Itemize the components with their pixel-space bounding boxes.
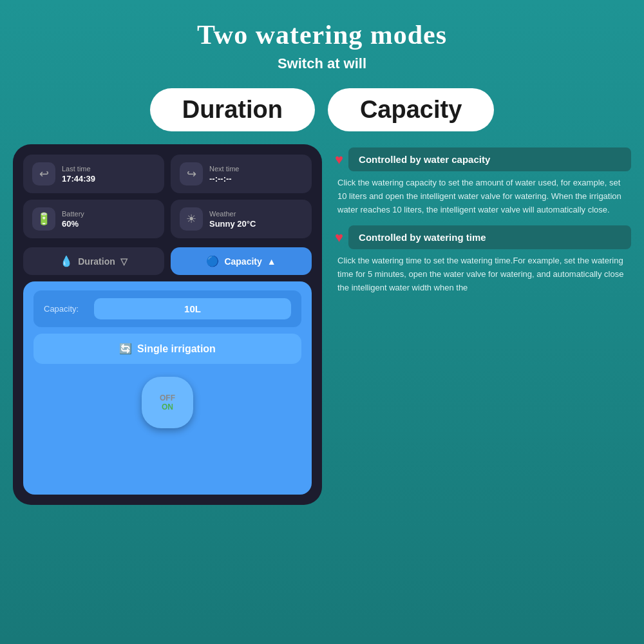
duration-tab-icon: 💧 (60, 255, 73, 267)
info-body-1: Click the watering capacity to set the a… (335, 176, 631, 216)
info-header-1: ♥ Controlled by water capacity (335, 147, 631, 171)
main-title: Two watering modes (197, 19, 447, 50)
toggle-on-label: ON (162, 402, 173, 412)
info-header-2: ♥ Controlled by watering time (335, 225, 631, 249)
tab-duration[interactable]: 💧 Duration ▽ (23, 247, 164, 275)
capacity-row: Capacity: 10L (33, 290, 301, 327)
heart-icon-2: ♥ (335, 229, 343, 246)
info-header-box-2: Controlled by watering time (348, 225, 631, 249)
weather-icon: ☀ (180, 207, 203, 231)
heart-icon-1: ♥ (335, 151, 343, 168)
duration-badge: Duration (150, 88, 315, 131)
tabs-row: 💧 Duration ▽ 🔵 Capacity ▲ (23, 247, 312, 275)
capacity-field-label: Capacity: (44, 304, 89, 314)
capacity-section: Capacity: 10L 🔄 Single irrigation OFF ON (23, 281, 312, 495)
single-irrigation-button[interactable]: 🔄 Single irrigation (33, 334, 301, 364)
battery-value: 60% (62, 219, 84, 229)
toggle-off-label: OFF (160, 393, 175, 402)
capacity-tab-icon: 🔵 (206, 255, 219, 267)
last-time-icon: ↩ (32, 162, 55, 185)
last-time-value: 17:44:39 (62, 174, 95, 184)
weather-label: Weather (209, 210, 256, 218)
weather-value: Sunny 20°C (209, 219, 256, 229)
toggle-area: OFF ON (33, 370, 301, 435)
info-cards-row-1: ↩ Last time 17:44:39 ↪ Next time --:--:-… (23, 155, 312, 193)
capacity-badge: Capacity (328, 88, 494, 131)
last-time-label: Last time (62, 165, 95, 173)
info-cards-row-2: 🔋 Battery 60% ☀ Weather Sunny 20°C (23, 200, 312, 238)
battery-icon: 🔋 (32, 207, 55, 231)
modes-row: Duration Capacity (13, 88, 631, 131)
next-time-icon: ↪ (180, 162, 203, 185)
battery-label: Battery (62, 210, 84, 218)
content-row: ↩ Last time 17:44:39 ↪ Next time --:--:-… (13, 144, 631, 631)
single-irrigation-icon: 🔄 (119, 343, 132, 355)
next-time-card: ↪ Next time --:--:-- (171, 155, 312, 193)
subtitle: Switch at will (278, 55, 366, 72)
last-time-card: ↩ Last time 17:44:39 (23, 155, 164, 193)
page-container: Two watering modes Switch at will Durati… (0, 0, 644, 644)
right-panel: ♥ Controlled by water capacity Click the… (335, 144, 631, 631)
next-time-label: Next time (209, 165, 239, 173)
info-block-1: ♥ Controlled by water capacity Click the… (335, 147, 631, 216)
phone-mockup: ↩ Last time 17:44:39 ↪ Next time --:--:-… (13, 144, 322, 505)
info-block-2: ♥ Controlled by watering time Click the … (335, 225, 631, 294)
next-time-value: --:--:-- (209, 174, 239, 184)
battery-card: 🔋 Battery 60% (23, 200, 164, 238)
toggle-switch[interactable]: OFF ON (142, 377, 193, 428)
info-body-2: Click the watering time to set the water… (335, 254, 631, 294)
capacity-value-display[interactable]: 10L (94, 298, 291, 319)
info-header-box-1: Controlled by water capacity (348, 147, 631, 171)
tab-capacity[interactable]: 🔵 Capacity ▲ (171, 247, 312, 275)
weather-card: ☀ Weather Sunny 20°C (171, 200, 312, 238)
